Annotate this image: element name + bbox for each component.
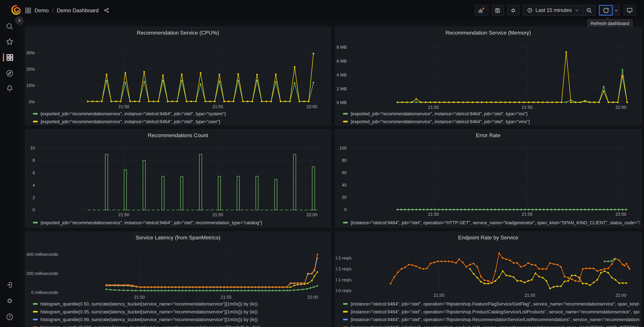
- svg-text:0.3 req/s: 0.3 req/s: [336, 256, 352, 260]
- svg-text:80: 80: [342, 158, 346, 162]
- legend-swatch: [32, 311, 38, 312]
- svg-text:8: 8: [32, 158, 34, 163]
- legend-item[interactable]: {exported_job="recommendationservice", i…: [25, 110, 329, 118]
- svg-text:0.2 req/s: 0.2 req/s: [336, 266, 352, 271]
- svg-text:22:00: 22:00: [615, 105, 626, 110]
- panel-endpoint-rate: Endpoint Rate by Service0.0 req/s0.1 req…: [335, 232, 641, 327]
- svg-text:20: 20: [342, 195, 346, 200]
- legend-item[interactable]: {exported_job="recommendationservice", i…: [336, 118, 639, 126]
- panel-memory: Recommendation Service (Memory)0 MB2 MB4…: [335, 27, 641, 125]
- svg-text:100: 100: [339, 146, 346, 150]
- svg-text:22:00: 22:00: [615, 212, 626, 216]
- svg-text:22:00: 22:00: [306, 212, 317, 217]
- svg-text:0.0 req/s: 0.0 req/s: [336, 288, 352, 293]
- legend-label: histogram_quantile(0.99, sum(rate(latenc…: [40, 317, 258, 322]
- svg-text:21:50: 21:50: [118, 104, 129, 109]
- svg-text:0 milliseconds: 0 milliseconds: [31, 290, 58, 295]
- legend-label: {exported_job="recommendationservice", i…: [40, 111, 226, 116]
- svg-text:30%: 30%: [26, 51, 34, 56]
- legend-swatch: [343, 311, 348, 312]
- legend-swatch: [32, 113, 38, 115]
- svg-text:22:00: 22:00: [306, 104, 317, 109]
- legend-item[interactable]: {exported_job="recommendationservice", i…: [25, 219, 329, 226]
- svg-text:6: 6: [32, 170, 34, 175]
- svg-text:0: 0: [344, 207, 346, 212]
- svg-text:21:50: 21:50: [428, 105, 439, 110]
- svg-text:4 MB: 4 MB: [336, 73, 346, 78]
- svg-text:400 milliseconds: 400 milliseconds: [26, 252, 58, 257]
- svg-text:22:00: 22:00: [307, 295, 318, 300]
- svg-text:21:55: 21:55: [522, 212, 532, 216]
- legend-swatch: [32, 222, 38, 224]
- grafana-app: Demo / Demo Dashboard: [0, 0, 644, 327]
- panel-error-rate: Error Rate02040608010021:5021:5522:00{in…: [335, 129, 641, 228]
- legend-item[interactable]: {exported_job="recommendationservice", i…: [25, 118, 329, 126]
- svg-text:4: 4: [32, 183, 34, 187]
- svg-text:21:55: 21:55: [220, 295, 231, 300]
- legend-label: {exported_job="recommendationservice", i…: [350, 111, 528, 116]
- svg-text:0%: 0%: [28, 100, 35, 104]
- svg-text:21:50: 21:50: [134, 295, 144, 300]
- svg-text:0.1 req/s: 0.1 req/s: [336, 278, 352, 282]
- legend-item[interactable]: {instance="otelcol:9464", job="otel", op…: [336, 308, 639, 316]
- chart-canvas-error-rate: 02040608010021:5021:5522:00: [336, 130, 642, 228]
- legend-label: {instance="otelcol:9464", job="otel", op…: [350, 309, 639, 314]
- svg-text:10: 10: [30, 146, 35, 150]
- svg-text:40: 40: [342, 182, 346, 187]
- legend-label: {exported_job="recommendationservice", i…: [350, 119, 530, 124]
- svg-text:200 milliseconds: 200 milliseconds: [26, 271, 58, 276]
- legend-swatch: [32, 318, 38, 320]
- svg-text:21:50: 21:50: [434, 293, 444, 298]
- panel-legend: {instance="otelcol:9464", job="otel", op…: [336, 219, 639, 226]
- legend-label: {exported_job="recommendationservice", i…: [40, 220, 262, 225]
- svg-text:21:50: 21:50: [118, 212, 129, 217]
- svg-text:60: 60: [342, 170, 346, 175]
- svg-text:2: 2: [32, 195, 34, 200]
- svg-text:8 MB: 8 MB: [336, 45, 346, 50]
- panel-latency: Service Latency (from SpanMetrics)0 mill…: [25, 232, 331, 327]
- legend-swatch: [343, 113, 348, 115]
- legend-swatch: [32, 303, 38, 305]
- legend-label: histogram_quantile(0.95, sum(rate(latenc…: [40, 309, 258, 314]
- svg-text:21:55: 21:55: [212, 212, 223, 217]
- legend-item[interactable]: {instance="otelcol:9464", job="otel", op…: [336, 300, 639, 308]
- panel-legend: {instance="otelcol:9464", job="otel", op…: [336, 300, 639, 327]
- legend-item[interactable]: {instance="otelcol:9464", job="otel", op…: [336, 219, 639, 226]
- svg-text:22:00: 22:00: [615, 293, 626, 298]
- legend-item[interactable]: {instance="otelcol:9464", job="otel", op…: [336, 324, 639, 327]
- svg-text:10%: 10%: [26, 83, 34, 88]
- legend-item[interactable]: histogram_quantile(0.50, sum(rate(latenc…: [25, 300, 329, 308]
- svg-text:21:55: 21:55: [524, 293, 535, 298]
- svg-text:21:50: 21:50: [428, 212, 439, 216]
- legend-label: histogram_quantile(0.50, sum(rate(latenc…: [40, 302, 258, 306]
- legend-label: {exported_job="recommendationservice", i…: [40, 119, 220, 124]
- legend-item[interactable]: histogram_quantile(0.99, sum(rate(latenc…: [25, 316, 329, 323]
- legend-swatch: [343, 121, 348, 122]
- legend-item[interactable]: histogram_quantile(0.95, sum(rate(latenc…: [25, 308, 329, 316]
- panel-recommendations-count: Recommendations Count024681021:5021:5522…: [25, 129, 331, 228]
- dashboard-panel-grid: Recommendation Service (CPU%)0%10%20%30%…: [0, 0, 644, 327]
- svg-text:20%: 20%: [26, 67, 34, 72]
- svg-text:0: 0: [32, 208, 34, 212]
- svg-text:21:55: 21:55: [522, 105, 532, 110]
- panel-legend: histogram_quantile(0.50, sum(rate(latenc…: [25, 300, 329, 327]
- legend-label: histogram_quantile(0.999, sum(rate(laten…: [40, 325, 260, 327]
- legend-label: {instance="otelcol:9464", job="otel", op…: [350, 325, 639, 327]
- panel-legend: {exported_job="recommendationservice", i…: [25, 110, 329, 126]
- panel-cpu: Recommendation Service (CPU%)0%10%20%30%…: [25, 27, 331, 125]
- panel-legend: {exported_job="recommendationservice", i…: [25, 219, 329, 226]
- svg-text:0 MB: 0 MB: [336, 100, 346, 105]
- chart-canvas-recommendations-count: 024681021:5021:5522:00: [25, 130, 332, 228]
- legend-label: {instance="otelcol:9464", job="otel", op…: [350, 220, 639, 225]
- svg-text:2 MB: 2 MB: [336, 86, 346, 91]
- legend-swatch: [343, 318, 348, 320]
- legend-item[interactable]: {exported_job="recommendationservice", i…: [336, 110, 639, 118]
- panel-legend: {exported_job="recommendationservice", i…: [336, 110, 639, 126]
- legend-swatch: [343, 222, 348, 224]
- svg-text:6 MB: 6 MB: [336, 59, 346, 64]
- legend-item[interactable]: {instance="otelcol:9464", job="otel", op…: [336, 316, 639, 323]
- legend-item[interactable]: histogram_quantile(0.999, sum(rate(laten…: [25, 324, 329, 327]
- legend-label: {instance="otelcol:9464", job="otel", op…: [350, 317, 639, 322]
- legend-label: {instance="otelcol:9464", job="otel", op…: [350, 302, 639, 306]
- legend-swatch: [343, 303, 348, 305]
